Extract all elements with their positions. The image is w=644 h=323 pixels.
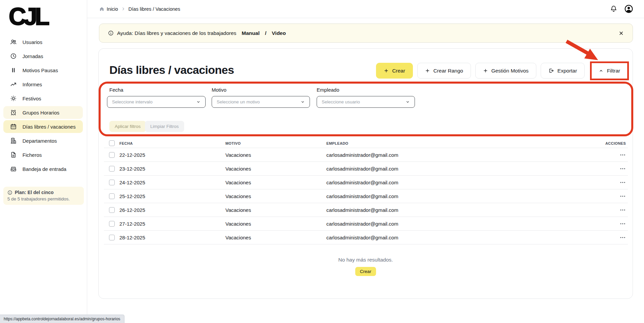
bell-icon bbox=[610, 5, 618, 13]
users-icon bbox=[10, 39, 17, 45]
main-card: Días libres / vacaciones Crear Crear Ran… bbox=[98, 48, 633, 299]
plus-icon bbox=[425, 68, 430, 73]
page-title: Días libres / vacaciones bbox=[109, 63, 234, 77]
gestion-motivos-button[interactable]: Gestión Motivos bbox=[475, 63, 536, 79]
info-icon bbox=[108, 30, 114, 36]
link-separator: / bbox=[265, 30, 266, 36]
sidebar-item-label: Ficheros bbox=[22, 152, 42, 158]
plus-icon bbox=[384, 68, 389, 73]
row-checkbox[interactable] bbox=[109, 235, 115, 240]
cell-motivo: Vacaciones bbox=[225, 235, 326, 240]
cell-motivo: Vacaciones bbox=[225, 152, 326, 158]
crear-button[interactable]: Crear bbox=[376, 63, 413, 79]
sidebar-item-informes[interactable]: Informes bbox=[3, 78, 83, 91]
row-actions-button[interactable] bbox=[620, 193, 628, 199]
motivo-label: Motivo bbox=[212, 87, 226, 93]
sidebar-item-grupos-horarios[interactable]: Grupos Horarios bbox=[3, 106, 83, 119]
home-icon bbox=[99, 6, 104, 11]
sidebar-nav: Usuarios Jornadas Motivos Pausas Informe… bbox=[3, 36, 83, 175]
video-link[interactable]: Video bbox=[272, 30, 286, 36]
info-icon bbox=[7, 190, 12, 195]
fecha-select[interactable]: Seleccione intervalo bbox=[107, 96, 206, 108]
table-row: 25-12-2025 Vacaciones carlosadministrado… bbox=[104, 189, 628, 203]
plan-title: Plan: El del cinco bbox=[15, 190, 54, 195]
motivo-select[interactable]: Seleccione un motivo bbox=[212, 96, 310, 108]
sidebar-item-jornadas[interactable]: Jornadas bbox=[3, 50, 83, 62]
sidebar-item-bandeja[interactable]: Bandeja de entrada bbox=[3, 163, 83, 175]
sidebar-item-usuarios[interactable]: Usuarios bbox=[3, 36, 83, 48]
user-menu-button[interactable] bbox=[624, 4, 633, 13]
cell-fecha: 25-12-2025 bbox=[119, 193, 225, 199]
exportar-button[interactable]: Exportar bbox=[541, 63, 585, 79]
breadcrumb-current: Días libres / Vacaciones bbox=[128, 6, 180, 12]
row-actions-button[interactable] bbox=[620, 207, 628, 213]
table-row: 22-12-2025 Vacaciones carlosadministrado… bbox=[104, 148, 628, 162]
sidebar: CJL Usuarios Jornadas Motivos Pausas Inf… bbox=[0, 0, 87, 323]
sidebar-item-label: Departamentos bbox=[22, 138, 57, 144]
manual-link[interactable]: Manual bbox=[242, 30, 260, 36]
row-checkbox[interactable] bbox=[109, 221, 115, 227]
plus-icon bbox=[483, 68, 488, 73]
results-table: FECHA MOTIVO EMPLEADO ACCIONES 22-12-202… bbox=[104, 139, 628, 244]
sidebar-item-label: Jornadas bbox=[22, 53, 43, 59]
help-banner-text: Ayuda: Días libres y vacaciones de los t… bbox=[117, 30, 236, 36]
calendar-icon bbox=[10, 123, 17, 130]
alarm-clock-icon bbox=[10, 109, 17, 116]
row-actions-button[interactable] bbox=[620, 179, 628, 186]
sidebar-item-label: Usuarios bbox=[22, 39, 42, 45]
crear-footer-button[interactable]: Crear bbox=[355, 267, 376, 276]
row-actions-button[interactable] bbox=[620, 166, 628, 172]
cell-motivo: Vacaciones bbox=[225, 166, 326, 172]
breadcrumb: Inicio Días libres / Vacaciones bbox=[99, 6, 180, 12]
header-motivo: MOTIVO bbox=[225, 141, 326, 145]
row-checkbox[interactable] bbox=[109, 180, 115, 185]
breadcrumb-home[interactable]: Inicio bbox=[99, 6, 118, 12]
table-row: 26-12-2025 Vacaciones carlosadministrado… bbox=[104, 203, 628, 217]
sidebar-item-departamentos[interactable]: Departamentos bbox=[3, 134, 83, 147]
header-empleado: EMPLEADO bbox=[326, 141, 604, 145]
empleado-label: Empleado bbox=[317, 87, 339, 93]
chevron-down-icon bbox=[406, 100, 410, 104]
sidebar-item-festivos[interactable]: Festivos bbox=[3, 92, 83, 105]
cell-empleado: carlosadministrador@gmail.com bbox=[326, 207, 604, 213]
cell-fecha: 26-12-2025 bbox=[119, 207, 225, 213]
cell-fecha: 27-12-2025 bbox=[119, 221, 225, 227]
row-checkbox[interactable] bbox=[109, 152, 115, 158]
app-logo[interactable]: CJL bbox=[9, 3, 79, 30]
file-icon bbox=[10, 151, 17, 158]
sidebar-item-motivos-pausas[interactable]: Motivos Pausas bbox=[3, 64, 83, 77]
row-checkbox[interactable] bbox=[109, 166, 115, 172]
inbox-icon bbox=[10, 166, 17, 172]
cell-empleado: carlosadministrador@gmail.com bbox=[326, 221, 604, 227]
cell-motivo: Vacaciones bbox=[225, 180, 326, 185]
filtrar-button[interactable]: Filtrar bbox=[593, 64, 626, 78]
aplicar-filtros-button[interactable]: Aplicar filtros bbox=[109, 121, 146, 132]
user-circle-icon bbox=[624, 4, 633, 13]
cell-motivo: Vacaciones bbox=[225, 207, 326, 213]
pause-icon bbox=[10, 67, 17, 74]
limpiar-filtros-button[interactable]: Limpiar Filtros bbox=[145, 121, 184, 132]
sidebar-item-dias-libres[interactable]: Días libres / vacaciones bbox=[3, 120, 83, 133]
row-checkbox[interactable] bbox=[109, 193, 115, 199]
sidebar-item-ficheros[interactable]: Ficheros bbox=[3, 148, 83, 161]
table-row: 23-12-2025 Vacaciones carlosadministrado… bbox=[104, 162, 628, 176]
notifications-button[interactable] bbox=[610, 5, 618, 13]
crear-rango-button[interactable]: Crear Rango bbox=[417, 63, 471, 79]
help-banner: Ayuda: Días libres y vacaciones de los t… bbox=[99, 24, 633, 43]
plan-subtitle: 5 de 5 trabajadores permitidos. bbox=[7, 196, 80, 201]
empleado-select[interactable]: Seleccione usuario bbox=[317, 96, 415, 108]
chevron-down-icon bbox=[301, 100, 305, 104]
banner-close-button[interactable] bbox=[619, 31, 624, 36]
ellipsis-icon bbox=[620, 207, 626, 213]
ellipsis-icon bbox=[620, 166, 626, 172]
row-actions-button[interactable] bbox=[620, 221, 628, 227]
row-actions-button[interactable] bbox=[620, 152, 628, 158]
row-checkbox[interactable] bbox=[109, 207, 115, 213]
row-actions-button[interactable] bbox=[620, 234, 628, 241]
cell-empleado: carlosadministrador@gmail.com bbox=[326, 235, 604, 240]
sidebar-item-label: Días libres / vacaciones bbox=[22, 124, 75, 130]
select-all-checkbox[interactable] bbox=[109, 140, 115, 146]
table-row: 28-12-2025 Vacaciones carlosadministrado… bbox=[104, 231, 628, 244]
table-header-row: FECHA MOTIVO EMPLEADO ACCIONES bbox=[104, 139, 628, 148]
chevron-right-icon bbox=[121, 7, 125, 11]
